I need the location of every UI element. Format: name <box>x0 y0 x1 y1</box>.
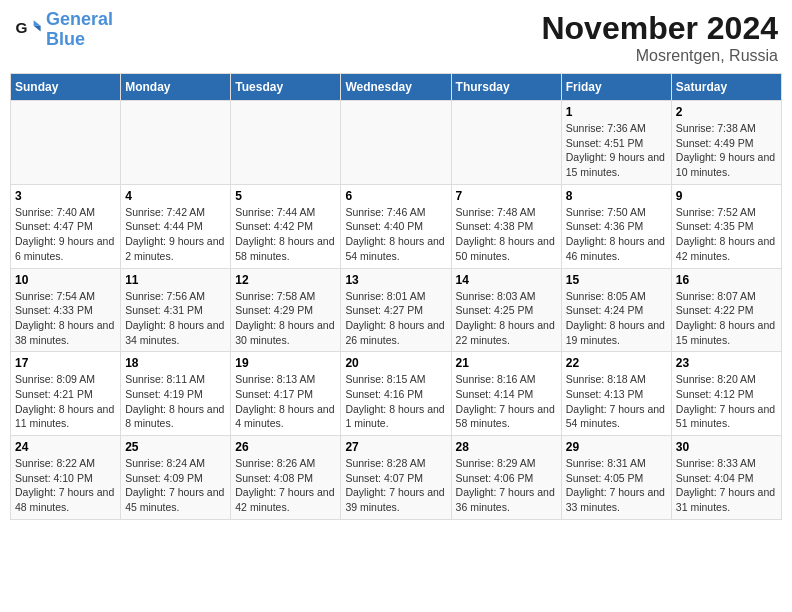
day-number: 3 <box>15 189 116 203</box>
calendar-cell: 27Sunrise: 8:28 AM Sunset: 4:07 PM Dayli… <box>341 436 451 520</box>
logo-text: General Blue <box>46 10 113 50</box>
day-number: 5 <box>235 189 336 203</box>
day-info: Sunrise: 7:44 AM Sunset: 4:42 PM Dayligh… <box>235 205 336 264</box>
calendar-body: 1Sunrise: 7:36 AM Sunset: 4:51 PM Daylig… <box>11 101 782 520</box>
week-row-2: 10Sunrise: 7:54 AM Sunset: 4:33 PM Dayli… <box>11 268 782 352</box>
calendar-cell: 9Sunrise: 7:52 AM Sunset: 4:35 PM Daylig… <box>671 184 781 268</box>
day-number: 8 <box>566 189 667 203</box>
calendar-cell: 3Sunrise: 7:40 AM Sunset: 4:47 PM Daylig… <box>11 184 121 268</box>
calendar-cell: 13Sunrise: 8:01 AM Sunset: 4:27 PM Dayli… <box>341 268 451 352</box>
header-wednesday: Wednesday <box>341 74 451 101</box>
day-number: 9 <box>676 189 777 203</box>
day-info: Sunrise: 7:58 AM Sunset: 4:29 PM Dayligh… <box>235 289 336 348</box>
day-number: 25 <box>125 440 226 454</box>
calendar-cell: 11Sunrise: 7:56 AM Sunset: 4:31 PM Dayli… <box>121 268 231 352</box>
day-number: 18 <box>125 356 226 370</box>
day-info: Sunrise: 8:09 AM Sunset: 4:21 PM Dayligh… <box>15 372 116 431</box>
logo: G General Blue <box>14 10 113 50</box>
calendar-cell: 29Sunrise: 8:31 AM Sunset: 4:05 PM Dayli… <box>561 436 671 520</box>
day-info: Sunrise: 8:16 AM Sunset: 4:14 PM Dayligh… <box>456 372 557 431</box>
day-number: 2 <box>676 105 777 119</box>
calendar-cell: 23Sunrise: 8:20 AM Sunset: 4:12 PM Dayli… <box>671 352 781 436</box>
logo-line1: General <box>46 9 113 29</box>
calendar-cell: 8Sunrise: 7:50 AM Sunset: 4:36 PM Daylig… <box>561 184 671 268</box>
svg-text:G: G <box>15 19 27 36</box>
day-info: Sunrise: 7:40 AM Sunset: 4:47 PM Dayligh… <box>15 205 116 264</box>
day-number: 1 <box>566 105 667 119</box>
calendar-cell: 16Sunrise: 8:07 AM Sunset: 4:22 PM Dayli… <box>671 268 781 352</box>
calendar-cell <box>341 101 451 185</box>
day-info: Sunrise: 7:36 AM Sunset: 4:51 PM Dayligh… <box>566 121 667 180</box>
day-number: 16 <box>676 273 777 287</box>
day-number: 14 <box>456 273 557 287</box>
calendar-cell: 28Sunrise: 8:29 AM Sunset: 4:06 PM Dayli… <box>451 436 561 520</box>
calendar-cell: 10Sunrise: 7:54 AM Sunset: 4:33 PM Dayli… <box>11 268 121 352</box>
calendar-cell <box>451 101 561 185</box>
logo-icon: G <box>14 16 42 44</box>
header-sunday: Sunday <box>11 74 121 101</box>
calendar-table: SundayMondayTuesdayWednesdayThursdayFrid… <box>10 73 782 520</box>
calendar-cell: 15Sunrise: 8:05 AM Sunset: 4:24 PM Dayli… <box>561 268 671 352</box>
day-info: Sunrise: 8:15 AM Sunset: 4:16 PM Dayligh… <box>345 372 446 431</box>
day-number: 13 <box>345 273 446 287</box>
day-number: 20 <box>345 356 446 370</box>
day-number: 15 <box>566 273 667 287</box>
day-info: Sunrise: 8:31 AM Sunset: 4:05 PM Dayligh… <box>566 456 667 515</box>
calendar-cell <box>121 101 231 185</box>
calendar-cell: 6Sunrise: 7:46 AM Sunset: 4:40 PM Daylig… <box>341 184 451 268</box>
day-number: 26 <box>235 440 336 454</box>
calendar-cell: 25Sunrise: 8:24 AM Sunset: 4:09 PM Dayli… <box>121 436 231 520</box>
day-number: 23 <box>676 356 777 370</box>
day-number: 17 <box>15 356 116 370</box>
day-info: Sunrise: 7:48 AM Sunset: 4:38 PM Dayligh… <box>456 205 557 264</box>
week-row-4: 24Sunrise: 8:22 AM Sunset: 4:10 PM Dayli… <box>11 436 782 520</box>
day-number: 22 <box>566 356 667 370</box>
day-info: Sunrise: 8:11 AM Sunset: 4:19 PM Dayligh… <box>125 372 226 431</box>
calendar-cell: 30Sunrise: 8:33 AM Sunset: 4:04 PM Dayli… <box>671 436 781 520</box>
header-friday: Friday <box>561 74 671 101</box>
day-info: Sunrise: 7:54 AM Sunset: 4:33 PM Dayligh… <box>15 289 116 348</box>
calendar-cell: 2Sunrise: 7:38 AM Sunset: 4:49 PM Daylig… <box>671 101 781 185</box>
day-number: 28 <box>456 440 557 454</box>
page-header: G General Blue November 2024 Mosrentgen,… <box>10 10 782 65</box>
title-block: November 2024 Mosrentgen, Russia <box>541 10 778 65</box>
day-number: 21 <box>456 356 557 370</box>
week-row-3: 17Sunrise: 8:09 AM Sunset: 4:21 PM Dayli… <box>11 352 782 436</box>
day-info: Sunrise: 7:42 AM Sunset: 4:44 PM Dayligh… <box>125 205 226 264</box>
week-row-1: 3Sunrise: 7:40 AM Sunset: 4:47 PM Daylig… <box>11 184 782 268</box>
calendar-cell: 1Sunrise: 7:36 AM Sunset: 4:51 PM Daylig… <box>561 101 671 185</box>
day-number: 12 <box>235 273 336 287</box>
day-number: 4 <box>125 189 226 203</box>
day-info: Sunrise: 7:56 AM Sunset: 4:31 PM Dayligh… <box>125 289 226 348</box>
header-monday: Monday <box>121 74 231 101</box>
day-number: 11 <box>125 273 226 287</box>
calendar-cell: 20Sunrise: 8:15 AM Sunset: 4:16 PM Dayli… <box>341 352 451 436</box>
day-number: 19 <box>235 356 336 370</box>
week-row-0: 1Sunrise: 7:36 AM Sunset: 4:51 PM Daylig… <box>11 101 782 185</box>
day-number: 29 <box>566 440 667 454</box>
day-info: Sunrise: 7:50 AM Sunset: 4:36 PM Dayligh… <box>566 205 667 264</box>
calendar-cell: 18Sunrise: 8:11 AM Sunset: 4:19 PM Dayli… <box>121 352 231 436</box>
day-info: Sunrise: 8:28 AM Sunset: 4:07 PM Dayligh… <box>345 456 446 515</box>
svg-marker-2 <box>34 26 41 32</box>
day-info: Sunrise: 8:05 AM Sunset: 4:24 PM Dayligh… <box>566 289 667 348</box>
calendar-cell: 26Sunrise: 8:26 AM Sunset: 4:08 PM Dayli… <box>231 436 341 520</box>
calendar-cell: 7Sunrise: 7:48 AM Sunset: 4:38 PM Daylig… <box>451 184 561 268</box>
day-number: 7 <box>456 189 557 203</box>
subtitle: Mosrentgen, Russia <box>541 47 778 65</box>
day-info: Sunrise: 8:20 AM Sunset: 4:12 PM Dayligh… <box>676 372 777 431</box>
day-info: Sunrise: 8:22 AM Sunset: 4:10 PM Dayligh… <box>15 456 116 515</box>
calendar-cell: 24Sunrise: 8:22 AM Sunset: 4:10 PM Dayli… <box>11 436 121 520</box>
calendar-cell <box>231 101 341 185</box>
day-info: Sunrise: 8:18 AM Sunset: 4:13 PM Dayligh… <box>566 372 667 431</box>
calendar-cell: 19Sunrise: 8:13 AM Sunset: 4:17 PM Dayli… <box>231 352 341 436</box>
svg-marker-1 <box>34 20 41 26</box>
day-info: Sunrise: 7:38 AM Sunset: 4:49 PM Dayligh… <box>676 121 777 180</box>
day-info: Sunrise: 7:52 AM Sunset: 4:35 PM Dayligh… <box>676 205 777 264</box>
calendar-cell: 12Sunrise: 7:58 AM Sunset: 4:29 PM Dayli… <box>231 268 341 352</box>
day-number: 30 <box>676 440 777 454</box>
header-thursday: Thursday <box>451 74 561 101</box>
day-info: Sunrise: 8:33 AM Sunset: 4:04 PM Dayligh… <box>676 456 777 515</box>
calendar-cell: 5Sunrise: 7:44 AM Sunset: 4:42 PM Daylig… <box>231 184 341 268</box>
day-info: Sunrise: 8:24 AM Sunset: 4:09 PM Dayligh… <box>125 456 226 515</box>
